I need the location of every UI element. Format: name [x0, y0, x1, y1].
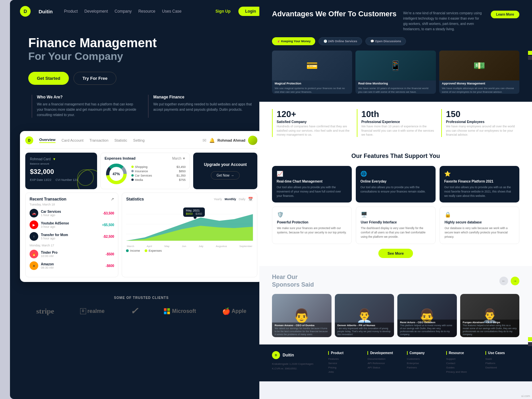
hero-title: Finance Management	[28, 36, 254, 50]
clock-icon: 🕐	[324, 40, 327, 43]
feature-shield-icon: 🛡️	[277, 211, 347, 218]
sponsor-quote-4: This features helped a lot when using th…	[463, 324, 517, 336]
nav-resource[interactable]: Resource	[138, 9, 155, 14]
footer-link-dashboard[interactable]: Dashbord	[485, 366, 519, 369]
footer-link-service[interactable]: Service	[328, 362, 362, 365]
footer-link-docs[interactable]: Documentation	[367, 357, 401, 360]
sponsors-next-button[interactable]: →	[511, 277, 519, 285]
dash-nav-overview[interactable]: Overview	[39, 138, 56, 143]
get-started-button[interactable]: Get Started	[28, 72, 69, 85]
expenses-header: Expenses Instead March ▼	[105, 156, 186, 160]
stats-tab-yearly[interactable]: Yearly	[214, 198, 222, 201]
adv-tab-money[interactable]: 💰 Keeping Your Money	[272, 37, 315, 45]
nav-development[interactable]: Development	[84, 9, 108, 14]
management-image: 💵	[439, 51, 519, 80]
footer-link-jobs[interactable]: Jobs	[328, 370, 362, 373]
footer-link-guides[interactable]: Guides	[446, 366, 480, 369]
dash-nav-transaction[interactable]: Transaction	[89, 138, 108, 142]
upgrade-button[interactable]: Get Now →	[211, 171, 240, 180]
nav-company[interactable]: Company	[115, 9, 132, 14]
sponsors-prev-button[interactable]: ←	[499, 277, 508, 285]
footer-link-customers[interactable]: Customers	[407, 357, 441, 360]
signup-link[interactable]: Sign Up	[215, 9, 230, 14]
expand-icon[interactable]: ↗	[111, 197, 114, 201]
footer-link-api[interactable]: API Reference	[367, 362, 401, 365]
feature-ui-icon: 🖥️	[361, 211, 431, 218]
chat-icon: 💬	[370, 40, 374, 43]
footer-brand: D Duitin Krakatengade 1,2100 Copenhagen …	[272, 351, 323, 375]
svg-rect-10	[164, 308, 167, 311]
see-more-button[interactable]: See More	[378, 249, 413, 258]
tx-yt-info: Youtube AdSense 3 hour ago	[41, 221, 99, 228]
tx-car-icon: 🚗	[30, 209, 38, 217]
footer-link-features[interactable]: Features	[328, 357, 362, 360]
sponsors-title: Hear Our Sponsors Said	[272, 273, 314, 289]
adv-tab-online[interactable]: 🕐 24/5 Online Services	[319, 37, 362, 45]
hero-subtitle: For Your Company	[28, 50, 254, 63]
footer-link-apistatus[interactable]: API Status	[367, 366, 401, 369]
card-dropdown-icon[interactable]: ▼	[53, 157, 56, 161]
sponsors-heading: Hear Our Sponsors Said	[272, 273, 314, 289]
sponsor-overlay-3: Remi Arturo - CEO Octalken This platform…	[397, 320, 457, 337]
nav-product[interactable]: Product	[64, 9, 78, 14]
dash-nav-setting[interactable]: Setting	[133, 138, 145, 142]
feature-online-name: Online Everyday	[360, 180, 431, 183]
footer-link-pricing[interactable]: Pricing	[328, 366, 362, 369]
footer-link-partners[interactable]: Partners	[407, 366, 441, 369]
tx-car-services: 🚗 Car Services 1 hour ago -$3,500	[30, 209, 114, 217]
sponsor-quote-1: We raised our earnings for months becaus…	[275, 327, 329, 336]
monitoring-desc: We have some 10 years of experience in t…	[355, 86, 436, 94]
stat-desc-1: Hundreds of companies have confirmed tha…	[277, 124, 350, 137]
sponsor-card-4: 👨‍💼 Furqan Abraham - CEO Stripe This fea…	[460, 294, 520, 337]
bell-icon[interactable]: 🔔	[209, 138, 215, 143]
footer-col-dev: Developement Documentation API Reference…	[367, 351, 401, 375]
tx-transfer-icon: ↑	[30, 232, 38, 241]
learn-more-button[interactable]: Learn More	[491, 11, 519, 18]
adv-image-grid: 💳 Magical Protection We use magical syst…	[272, 51, 519, 94]
stat-label-1: Satisfied Company	[277, 120, 350, 124]
upgrade-widget: Upgrade your Account Get Now →	[193, 153, 257, 189]
deco-sq-2	[528, 56, 532, 60]
transactions-date1: Tuesday, March 18	[30, 203, 114, 206]
tx-transfer-info: Transfer for Mom 5 hour ago	[41, 233, 100, 240]
who-desc: We are a financial management that has a…	[37, 102, 138, 118]
stat-desc-2: We have more than 10 years of experience…	[361, 124, 435, 137]
brand-name: Duitin	[39, 9, 53, 14]
upgrade-title: Upgrade your Account	[204, 162, 247, 168]
dash-nav-statistic[interactable]: Statistic	[114, 138, 127, 142]
chart-tooltip: May, 2021 $550 $350	[183, 207, 205, 217]
sponsor-quote-2: I am very impressed with this innovation…	[337, 327, 392, 336]
footer-col-dev-heading: Developement	[367, 351, 401, 355]
money-icon: 💰	[277, 40, 280, 43]
message-icon[interactable]: ✉	[202, 138, 206, 143]
stats-title: Statistics	[126, 197, 144, 201]
transactions-title: Recent Transaction	[30, 197, 66, 201]
income-legend-dot	[126, 249, 129, 252]
adv-tab-discussions[interactable]: 💬 Open Discussions	[365, 37, 406, 45]
footer-link-contact[interactable]: Contact	[446, 362, 480, 365]
donut-label: 47%	[112, 172, 120, 176]
stats-tab-daily[interactable]: Daily	[239, 198, 245, 201]
stats-tab-monthly[interactable]: Monthly	[224, 198, 236, 201]
legend-shopping: Shopping $3,450	[131, 165, 186, 169]
apple-logo: 🍎 Apple	[222, 307, 246, 315]
arrow-icon: →	[231, 174, 234, 177]
footer-link-enterprise[interactable]: Enterprise	[407, 362, 441, 365]
stat-desc-3: We have many employees around all over t…	[446, 124, 519, 137]
footer-link-platform[interactable]: Platform	[485, 362, 519, 365]
card-name: Rohmad Card	[30, 157, 51, 161]
dashboard-card: D Overview Card Account Transaction Stat…	[20, 131, 263, 282]
footer: D Duitin Krakatengade 1,2100 Copenhagen …	[259, 344, 532, 381]
try-free-button[interactable]: Try For Free	[73, 72, 116, 85]
legend-insurance: Insurance $850	[131, 170, 186, 173]
adv-desc: We're a new kind of financial services c…	[403, 9, 484, 32]
dash-nav-card[interactable]: Card Account	[62, 138, 83, 142]
calendar-icon[interactable]: 📅	[248, 197, 253, 201]
footer-link-privacy[interactable]: Privacy and More	[446, 370, 480, 373]
stripe-logo: stripe	[36, 307, 54, 316]
expenses-legend: Shopping $3,450 Insurance $850 Car Servi…	[131, 165, 186, 183]
footer-link-support[interactable]: Support	[446, 357, 480, 360]
adv-top: Advantages We Offer To Customers We're a…	[272, 9, 519, 32]
nav-usescase[interactable]: Uses Case	[162, 9, 182, 14]
footer-link-saas[interactable]: SaaS	[485, 357, 519, 360]
